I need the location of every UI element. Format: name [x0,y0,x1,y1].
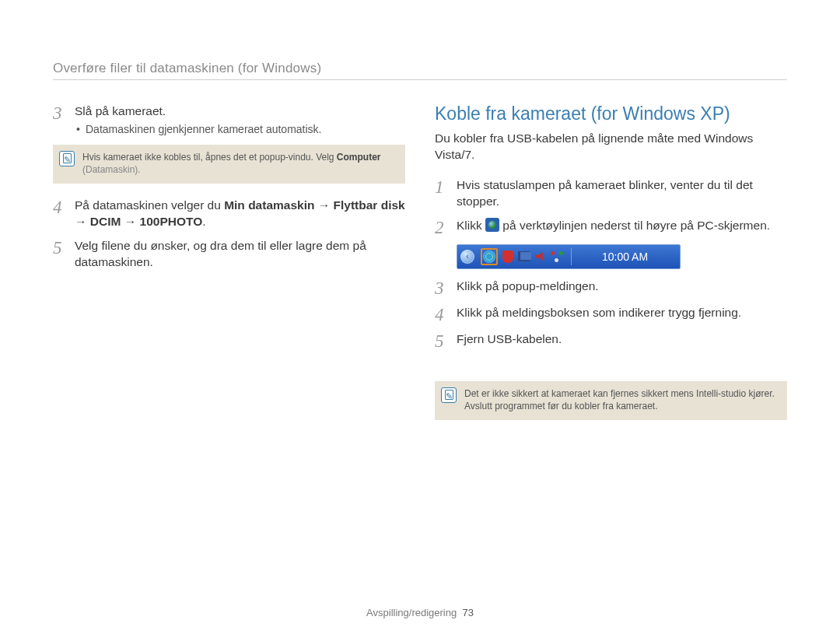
step-number: 3 [435,278,449,297]
step-4: 4 På datamaskinen velger du Min datamask… [53,198,405,230]
left-column: 3 Slå på kameraet. Datamaskinen gjenkjen… [53,103,405,434]
footer-page-number: 73 [462,607,473,618]
taskbar-clock: 10:00 AM [576,250,680,263]
chevron-left-icon: ‹ [460,250,474,264]
step-number: 1 [435,177,449,196]
step-text: Velg filene du ønsker, og dra dem til el… [75,239,366,268]
step-number: 3 [53,103,67,122]
note-content: Det er ikke sikkert at kameraet kan fjer… [464,388,775,412]
security-shield-icon [502,250,514,263]
step-5: 5 Velg filene du ønsker, og dra dem til … [53,238,405,271]
note-bold: Computer [337,152,381,163]
right-column: Koble fra kameraet (for Windows XP) Du k… [435,103,787,434]
right-step-4: 4 Klikk på meldingsboksen som indikerer … [435,305,787,324]
step-number: 5 [435,331,449,350]
step-text: Fjern USB-kabelen. [457,332,562,345]
step-body: Klikk på meldingsboksen som indikerer tr… [457,305,787,321]
step-body: Hvis statuslampen på kameraet blinker, v… [457,177,787,210]
right-step-1: 1 Hvis statuslampen på kameraet blinker,… [435,177,787,210]
note-pre: Hvis kameraet ikke kobles til, åpnes det… [82,152,337,163]
note-box-2: Det er ikke sikkert at kameraet kan fjer… [435,381,787,420]
taskbar-expand-arrow: ‹ [457,245,478,268]
step-text: Klikk på popup-meldingen. [457,279,599,292]
footer-section: Avspilling/redigering [366,607,457,618]
content-columns: 3 Slå på kameraet. Datamaskinen gjenkjen… [53,103,787,434]
highlighted-tray-icon [481,248,498,265]
safely-remove-inline-icon [485,218,499,232]
note-icon [441,387,457,403]
tray-app-icon [551,250,563,263]
page: Overføre filer til datamaskinen (for Win… [0,0,840,434]
step-number: 5 [53,238,67,257]
volume-icon [534,250,547,263]
right-step-3: 3 Klikk på popup-meldingen. [435,278,787,297]
step-bullet: Datamaskinen gjenkjenner kameraet automa… [75,122,405,137]
note-text: Hvis kameraet ikke kobles til, åpnes det… [82,151,397,176]
step-body: Slå på kameraet. Datamaskinen gjenkjenne… [75,103,405,137]
right-step-2: 2 Klikk på verktøylinjen nederst til høy… [435,218,787,236]
step-pre: På datamaskinen velger du [75,198,224,212]
section-title: Koble fra kameraet (for Windows XP) [435,103,787,124]
step-number: 4 [53,198,67,216]
note-icon [59,151,75,166]
step-body: Velg filene du ønsker, og dra dem til el… [75,238,405,271]
taskbar-tray-icons [478,248,566,265]
right-step-5: 5 Fjern USB-kabelen. [435,331,787,350]
note-paren: (Datamaskin). [82,164,141,175]
note-text: Det er ikke sikkert at kameraet kan fjer… [464,387,779,412]
note-box-1: Hvis kameraet ikke kobles til, åpnes det… [53,145,405,184]
step-pre: Klikk [457,219,485,232]
step-post: på verktøylinjen nederst til høyre på PC… [499,219,770,232]
taskbar-screenshot: ‹ 10:00 AM [457,244,681,269]
step-text: Hvis statuslampen på kameraet blinker, v… [457,178,753,208]
step-post: . [202,215,205,228]
step-body: På datamaskinen velger du Min datamaskin… [75,198,405,230]
safely-remove-hardware-icon [483,250,495,263]
step-number: 4 [435,305,449,324]
breadcrumb: Overføre filer til datamaskinen (for Win… [53,61,787,80]
page-footer: Avspilling/redigering 73 [0,607,840,618]
step-text: Slå på kameraet. [75,104,166,117]
step-body: Klikk på popup-meldingen. [457,278,787,295]
section-intro: Du kobler fra USB-kabelen på lignende må… [435,131,787,163]
taskbar-divider [571,248,572,265]
step-body: Fjern USB-kabelen. [457,331,787,348]
step-body: Klikk på verktøylinjen nederst til høyre… [457,218,787,234]
network-monitor-icon [518,250,530,263]
step-3: 3 Slå på kameraet. Datamaskinen gjenkjen… [53,103,405,137]
step-text: Klikk på meldingsboksen som indikerer tr… [457,306,741,319]
step-number: 2 [435,218,449,236]
